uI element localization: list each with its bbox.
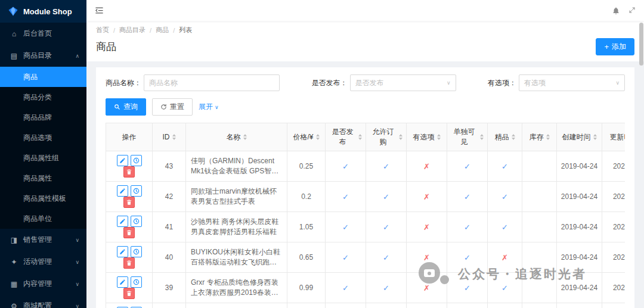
column-header-updated[interactable]: 更新时间 <box>602 123 626 151</box>
notification-bell-icon[interactable] <box>612 7 620 15</box>
options-select-value: 有选项 <box>524 78 546 88</box>
id-value: 41 <box>165 223 173 231</box>
breadcrumb-item-3: 列表 <box>179 26 192 35</box>
published-cell: ✓ <box>326 182 366 212</box>
column-header-published[interactable]: 是否发布 <box>326 123 366 151</box>
delete-button[interactable] <box>123 257 135 269</box>
breadcrumb-item-2[interactable]: 商品 <box>156 26 169 35</box>
column-header-name[interactable]: 名称 <box>186 123 287 151</box>
menu-fold-icon[interactable] <box>95 6 104 15</box>
expand-link[interactable]: 展开 ∨ <box>199 102 219 112</box>
sidebar-subitem-2[interactable]: 商品品牌 <box>0 107 86 127</box>
product-name-input[interactable] <box>144 74 280 91</box>
sidebar-item-0[interactable]: ⌂后台首页 <box>0 23 86 45</box>
edit-button[interactable] <box>117 155 128 166</box>
sort-icon[interactable] <box>172 134 176 140</box>
edit-button[interactable] <box>117 246 128 257</box>
sidebar-subitem-4[interactable]: 商品属性组 <box>0 148 86 168</box>
column-header-has_options[interactable]: 有选项 <box>407 123 447 151</box>
detail-button[interactable] <box>131 216 142 227</box>
column-header-created[interactable]: 创建时间 <box>557 123 602 151</box>
published-select[interactable]: 是否发布 ∨ <box>350 74 456 91</box>
column-label: 单独可见 <box>451 127 478 147</box>
sidebar-item-5[interactable]: ⚙商城配置∨ <box>0 295 86 308</box>
sidebar-subitem-6[interactable]: 商品属性模板 <box>0 188 86 209</box>
catalog-icon: ▤ <box>10 52 18 60</box>
sidebar-subitem-3[interactable]: 商品选项 <box>0 127 86 148</box>
edit-button[interactable] <box>117 216 128 227</box>
id-cell: 41 <box>153 212 186 242</box>
sort-icon[interactable] <box>243 134 247 140</box>
filter-name-label: 商品名称： <box>106 78 141 88</box>
check-icon: ✓ <box>464 253 470 262</box>
column-header-id[interactable]: ID <box>153 123 186 151</box>
reset-button[interactable]: 重置 <box>152 98 193 116</box>
sort-icon[interactable] <box>546 134 550 140</box>
sidebar-subitem-0[interactable]: 商品 <box>0 67 86 87</box>
filter-published-label: 是否发布： <box>312 78 348 88</box>
sidebar-subitem-1[interactable]: 商品分类 <box>0 87 86 107</box>
detail-button[interactable] <box>131 276 142 288</box>
sort-icon[interactable] <box>437 134 441 140</box>
delete-button[interactable] <box>123 197 135 208</box>
column-header-price[interactable]: 价格/¥ <box>287 123 326 151</box>
name-cell: 佳明（GARMIN）Descent Mk1钛合金表链版 GPS智能手表 多功能心… <box>186 151 287 182</box>
watermark: 公众号・追逐时光者 <box>419 262 587 286</box>
created-cell: 2019-04-24 <box>557 303 602 308</box>
column-header-featured[interactable]: 精品 <box>488 123 522 151</box>
sort-icon[interactable] <box>480 134 484 140</box>
column-label: 库存 <box>530 132 544 142</box>
check-icon: ✓ <box>501 223 508 232</box>
app-logo[interactable]: Module Shop <box>0 0 86 23</box>
name-value: Grxr 专柜品质纯色修身西装上衣薄款西服男2019春装新品男士休闲外套 <box>191 278 282 298</box>
sort-icon[interactable] <box>593 134 597 140</box>
orderable-cell: ✓ <box>366 303 407 308</box>
sort-icon[interactable] <box>316 134 320 140</box>
name-cell: Grxr 专柜品质纯色修身西装上衣薄款西服男2019春装新品男士休闲外套 <box>186 273 287 303</box>
sidebar-item-label: 商品目录 <box>23 51 75 61</box>
edit-button[interactable] <box>117 276 128 288</box>
sidebar-item-1[interactable]: ▤商品目录∧ <box>0 45 86 67</box>
sidebar-item-2[interactable]: ◨销售管理∨ <box>0 229 86 251</box>
sort-icon[interactable] <box>358 134 362 140</box>
fullscreen-icon[interactable] <box>628 7 636 14</box>
detail-button[interactable] <box>131 155 142 166</box>
sidebar-item-4[interactable]: ▦内容管理∨ <box>0 273 86 295</box>
name-value: 佳明（GARMIN）Descent Mk1钛合金表链版 GPS智能手表 多功能心… <box>191 156 282 177</box>
delete-button[interactable] <box>123 227 135 238</box>
detail-button[interactable] <box>131 185 142 197</box>
updated-value: 2024-11- <box>613 223 625 231</box>
sidebar-subitem-5[interactable]: 商品属性 <box>0 168 86 188</box>
options-select[interactable]: 有选项 ∨ <box>519 74 625 91</box>
edit-button[interactable] <box>117 185 128 197</box>
column-header-visible_individually[interactable]: 单独可见 <box>447 123 488 151</box>
table-row: 38拉夫劳伦（Ralph Lauren）男士时尚修身衬衫0.5✓✓✗✓✓2019… <box>106 303 626 308</box>
sidebar-item-3[interactable]: ✦活动管理∨ <box>0 251 86 273</box>
search-icon <box>114 104 120 110</box>
sidebar-submenu: 商品商品分类商品品牌商品选项商品属性组商品属性商品属性模板商品单位 <box>0 67 86 229</box>
sidebar-item-label: 商城配置 <box>23 301 75 308</box>
content-icon: ▦ <box>10 280 18 288</box>
scrollbar-thumb[interactable] <box>639 23 643 66</box>
orderable-cell: ✓ <box>366 273 407 303</box>
sort-icon[interactable] <box>512 134 515 140</box>
cross-icon: ✗ <box>423 253 430 262</box>
detail-button[interactable] <box>131 246 142 257</box>
breadcrumb-item-0[interactable]: 首页 <box>96 26 109 35</box>
button-row: 查询 重置 展开 ∨ <box>106 98 625 116</box>
check-icon: ✓ <box>501 162 508 171</box>
actions-cell <box>106 212 153 242</box>
price-value: 0.2 <box>301 192 311 201</box>
delete-button[interactable] <box>123 166 135 178</box>
sidebar-subitem-7[interactable]: 商品单位 <box>0 209 86 229</box>
column-header-stock[interactable]: 库存 <box>522 123 557 151</box>
delete-button[interactable] <box>123 288 135 299</box>
id-cell: 38 <box>153 303 186 308</box>
add-button[interactable]: + 添加 <box>596 38 634 55</box>
sort-icon[interactable] <box>399 134 402 140</box>
column-header-orderable[interactable]: 允许订购 <box>366 123 407 151</box>
actions-cell <box>106 182 153 212</box>
breadcrumb-item-1[interactable]: 商品目录 <box>119 26 145 35</box>
orderable-cell: ✓ <box>366 242 407 273</box>
search-button[interactable]: 查询 <box>106 98 146 116</box>
